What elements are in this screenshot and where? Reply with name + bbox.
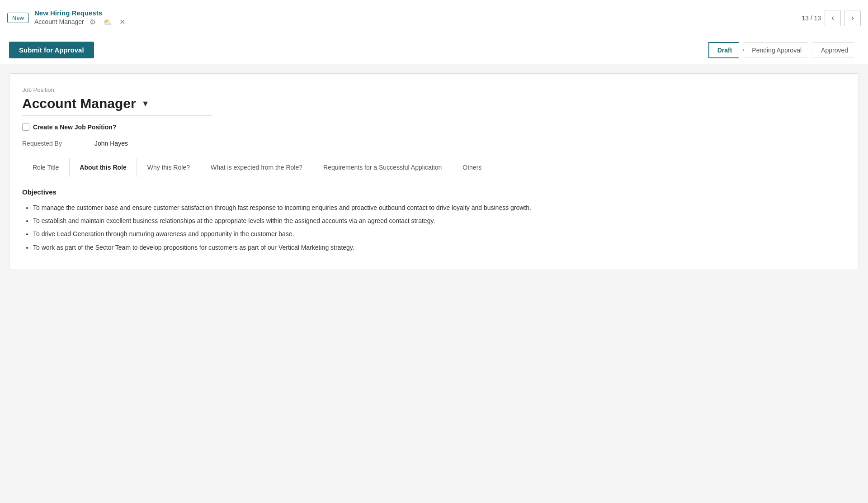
list-item: To work as part of the Sector Team to de… (33, 242, 846, 253)
top-bar: New New Hiring Requests Account Manager … (0, 0, 868, 36)
form-card: Job Position Account Manager ▼ Create a … (9, 73, 859, 270)
next-button[interactable]: › (844, 10, 861, 26)
requested-by-row: Requested By John Hayes (22, 140, 846, 147)
status-step-approved[interactable]: Approved (812, 43, 859, 58)
breadcrumb-subtitle: Account Manager ⚙ ⛅ ✕ (34, 17, 127, 27)
dropdown-arrow-icon: ▼ (142, 99, 150, 109)
objectives-list: To manage the customer base and ensure c… (22, 202, 846, 253)
tab-about-role[interactable]: About this Role (69, 158, 137, 177)
status-step-pending[interactable]: Pending Approval (743, 43, 813, 58)
tab-others[interactable]: Others (452, 158, 492, 177)
gear-button[interactable]: ⚙ (88, 17, 98, 27)
tab-why-role[interactable]: Why this Role? (137, 158, 200, 177)
chevron-left-icon: ‹ (831, 13, 834, 23)
cloud-upload-button[interactable]: ⛅ (101, 17, 114, 27)
breadcrumb-subtitle-text: Account Manager (34, 18, 84, 25)
cloud-upload-icon: ⛅ (103, 18, 112, 26)
main-content: Job Position Account Manager ▼ Create a … (0, 64, 868, 279)
status-step-draft[interactable]: Draft (708, 42, 744, 58)
breadcrumb: New Hiring Requests Account Manager ⚙ ⛅ … (34, 9, 127, 27)
tabs: Role Title About this Role Why this Role… (22, 158, 846, 177)
gear-icon: ⚙ (90, 18, 96, 26)
job-position-dropdown[interactable]: Account Manager ▼ (22, 96, 212, 115)
create-position-label[interactable]: Create a New Job Position? (33, 123, 116, 131)
pagination-info: 13 / 13 (802, 14, 821, 22)
top-bar-right: 13 / 13 ‹ › (802, 10, 861, 26)
list-item: To drive Lead Generation through nurturi… (33, 228, 846, 240)
action-bar: Submit for Approval Draft Pending Approv… (0, 36, 868, 64)
new-badge: New (7, 13, 29, 23)
section-title: Objectives (22, 188, 846, 196)
tab-role-title[interactable]: Role Title (22, 158, 69, 177)
close-button[interactable]: ✕ (118, 17, 127, 27)
list-item: To establish and maintain excellent busi… (33, 215, 846, 227)
job-position-text: Account Manager (22, 96, 136, 111)
create-position-checkbox[interactable] (22, 123, 29, 131)
requested-by-value: John Hayes (94, 140, 128, 147)
breadcrumb-title: New Hiring Requests (34, 9, 127, 17)
job-position-label: Job Position (22, 86, 846, 93)
tab-content: Objectives To manage the customer base a… (22, 188, 846, 253)
prev-button[interactable]: ‹ (825, 10, 841, 26)
create-position-row: Create a New Job Position? (22, 123, 846, 131)
status-bar: Draft Pending Approval Approved (708, 42, 859, 58)
list-item: To manage the customer base and ensure c… (33, 202, 846, 214)
requested-by-label: Requested By (22, 140, 76, 147)
submit-approval-button[interactable]: Submit for Approval (9, 42, 94, 58)
chevron-right-icon: › (851, 13, 854, 23)
tab-expected[interactable]: What is expected from the Role? (200, 158, 313, 177)
tab-requirements[interactable]: Requirements for a Successful Applicatio… (313, 158, 452, 177)
top-bar-left: New New Hiring Requests Account Manager … (7, 9, 127, 27)
close-icon: ✕ (119, 18, 125, 26)
